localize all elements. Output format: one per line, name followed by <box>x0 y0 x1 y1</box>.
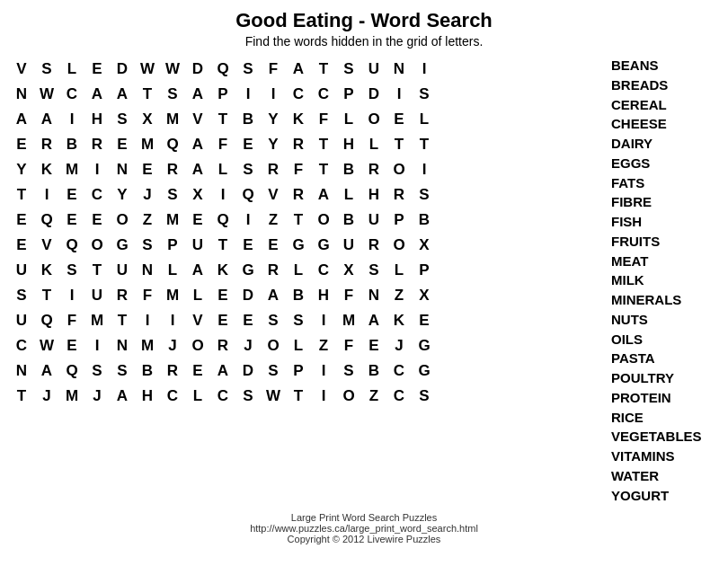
grid-cell: E <box>84 207 110 232</box>
grid-cell: T <box>84 257 110 282</box>
grid-cell: Z <box>386 282 412 307</box>
grid-cell: O <box>311 207 336 232</box>
grid-cell: F <box>261 56 286 81</box>
grid-cell: Y <box>261 106 286 131</box>
grid-cell: T <box>311 156 336 181</box>
word-list-item: BEANS <box>611 56 719 75</box>
grid-cell: E <box>9 207 34 232</box>
word-list-item: VITAMINS <box>611 447 719 466</box>
word-list-item: FIBRE <box>611 192 719 212</box>
grid-cell: E <box>9 232 34 257</box>
grid-cell: V <box>34 232 59 257</box>
grid-cell: T <box>286 383 311 408</box>
grid-cell: K <box>386 307 412 332</box>
grid-cell: Y <box>9 156 34 181</box>
grid-cell: P <box>210 81 235 106</box>
word-list-item: MEAT <box>611 252 719 271</box>
grid-cell: U <box>361 207 386 232</box>
grid-cell: I <box>311 358 336 383</box>
word-list-item: CEREAL <box>611 95 719 115</box>
grid-cell: T <box>9 181 34 207</box>
grid-cell: L <box>412 106 437 131</box>
grid-cell: S <box>135 232 160 257</box>
grid-cell: F <box>336 332 361 358</box>
grid-cell: U <box>9 307 34 332</box>
grid-cell: E <box>185 358 210 383</box>
grid-cell: L <box>59 56 84 81</box>
grid-cell: L <box>210 156 235 181</box>
grid-cell: Z <box>311 332 336 358</box>
grid-cell: E <box>361 332 386 358</box>
grid-cell: I <box>311 383 336 408</box>
grid-cell: C <box>311 257 336 282</box>
grid-cell: O <box>185 332 210 358</box>
grid-cell: Q <box>235 181 261 207</box>
grid-cell: S <box>110 106 135 131</box>
grid-cell: A <box>34 106 59 131</box>
grid-cell: B <box>361 358 386 383</box>
grid-cell: S <box>336 358 361 383</box>
footer: Large Print Word Search Puzzles http://w… <box>250 512 478 544</box>
grid-cell: M <box>336 307 361 332</box>
grid-cell: O <box>336 383 361 408</box>
grid-cell: T <box>311 131 336 156</box>
grid-cell: E <box>9 131 34 156</box>
grid-cell: X <box>412 232 437 257</box>
grid-cell: A <box>84 81 110 106</box>
grid-cell: D <box>235 358 261 383</box>
grid-cell: E <box>59 207 84 232</box>
grid-cell: L <box>286 332 311 358</box>
grid-cell: U <box>361 56 386 81</box>
grid-cell: H <box>336 131 361 156</box>
grid-cell: C <box>210 383 235 408</box>
grid-cell: S <box>412 181 437 207</box>
main-area: VSLEDWWDQSFATSUNINWCAATSAPIICCPDISAAIHSX… <box>0 56 728 505</box>
grid-cell: B <box>235 106 261 131</box>
grid-cell: L <box>185 282 210 307</box>
grid-cell: S <box>235 156 261 181</box>
page-subtitle: Find the words hidden in the grid of let… <box>245 34 484 49</box>
grid-cell: C <box>311 81 336 106</box>
grid-cell: R <box>110 282 135 307</box>
word-list-item: FRUITS <box>611 232 719 252</box>
grid-cell: P <box>286 358 311 383</box>
grid-cell: E <box>59 332 84 358</box>
word-search-grid: VSLEDWWDQSFATSUNINWCAATSAPIICCPDISAAIHSX… <box>9 56 437 408</box>
grid-cell: B <box>286 282 311 307</box>
grid-cell: G <box>235 257 261 282</box>
grid-cell: C <box>9 332 34 358</box>
grid-cell: X <box>412 282 437 307</box>
grid-cell: J <box>135 181 160 207</box>
grid-cell: R <box>286 181 311 207</box>
grid-cell: W <box>34 81 59 106</box>
grid-cell: U <box>185 232 210 257</box>
grid-cell: N <box>361 282 386 307</box>
grid-cell: K <box>34 257 59 282</box>
grid-cell: U <box>84 282 110 307</box>
page: Good Eating - Word Search Find the words… <box>0 0 728 566</box>
grid-cell: T <box>9 383 34 408</box>
grid-cell: I <box>84 332 110 358</box>
grid-cell: S <box>412 383 437 408</box>
grid-cell: R <box>386 181 412 207</box>
grid-cell: S <box>110 358 135 383</box>
grid-cell: T <box>135 81 160 106</box>
grid-cell: V <box>261 181 286 207</box>
grid-cell: I <box>84 156 110 181</box>
word-list-item: EGGS <box>611 154 719 173</box>
grid-cell: T <box>210 232 235 257</box>
grid-cell: L <box>336 181 361 207</box>
grid-cell: F <box>135 282 160 307</box>
grid-cell: R <box>261 156 286 181</box>
grid-cell: A <box>110 81 135 106</box>
grid-cell: A <box>210 358 235 383</box>
grid-cell: W <box>261 383 286 408</box>
grid-cell: F <box>59 307 84 332</box>
word-list-item: MINERALS <box>611 290 719 310</box>
grid-cell: C <box>386 383 412 408</box>
grid-cell: T <box>311 56 336 81</box>
grid-cell: J <box>235 332 261 358</box>
grid-cell: A <box>286 56 311 81</box>
word-list-item: POULTRY <box>611 368 719 388</box>
word-list-item: FISH <box>611 212 719 232</box>
